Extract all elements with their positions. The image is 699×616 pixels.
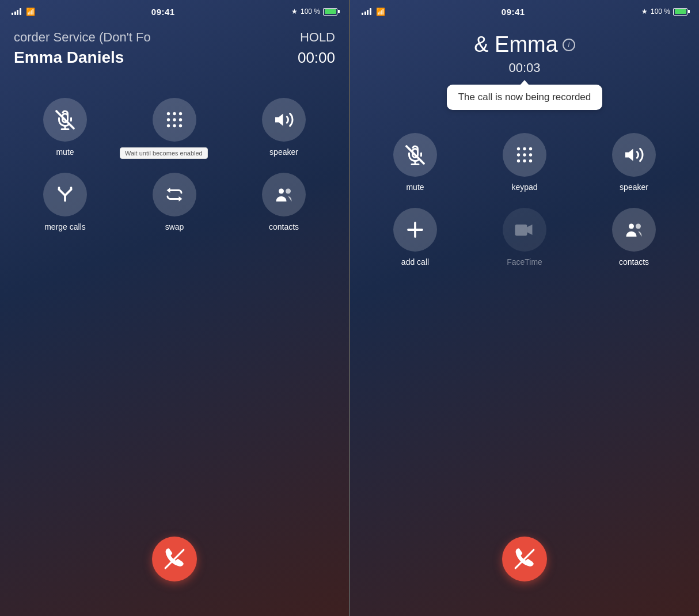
wifi-icon-left: 📶 [26,7,35,16]
merge-circle-left [43,173,87,216]
speaker-button-right[interactable]: speaker [585,133,683,192]
swap-button-left[interactable]: swap [126,173,223,231]
svg-point-30 [629,224,634,229]
contacts-label-left: contacts [269,222,299,231]
speaker-circle-right [612,133,656,177]
facetime-circle-right [503,208,546,252]
battery-icon-left [323,8,337,16]
keypad-circle-right [503,133,546,177]
keypad-icon-left [164,109,185,130]
wifi-icon-right: 📶 [376,7,385,16]
svg-point-24 [523,159,526,162]
keypad-label-right: keypad [511,182,537,192]
contacts-button-left[interactable]: contacts [235,173,333,231]
signal-bar-r3 [367,10,369,15]
add-call-label-right: add call [401,257,429,267]
svg-marker-26 [625,149,633,161]
buttons-grid-left: mute keypad Wait until becomes enabled [0,81,349,243]
signal-bar-3 [17,10,18,15]
end-call-icon-right [514,548,535,570]
swap-circle-left [153,173,196,216]
contacts-icon-right [624,219,644,240]
signal-bar-r1 [362,13,363,15]
svg-point-3 [173,112,176,115]
hold-badge: HOLD [300,30,335,45]
tooltip-bubble-right: The call is now being recorded [447,85,603,110]
svg-point-10 [179,124,182,127]
svg-marker-11 [275,114,283,126]
facetime-label-right: FaceTime [507,257,542,267]
battery-fill-left [325,9,336,14]
merge-icon-left [55,184,75,205]
svg-point-12 [279,189,284,194]
caller-name-left: Emma Daniels [14,48,124,67]
status-time-right: 09:41 [502,7,525,17]
status-right-left: ★ 100 % [291,7,337,16]
end-call-icon-left [164,548,185,570]
svg-point-25 [529,159,532,162]
svg-point-22 [529,153,532,156]
svg-point-13 [286,189,291,194]
right-phone-screen: 📶 09:41 ★ 100 % & Emma i 00:03 The call … [350,0,699,616]
swap-label-left: swap [165,222,184,231]
svg-point-23 [517,159,520,162]
call-duration-left: 00:00 [298,49,335,67]
caller-service-left: corder Service (Don't Fo [14,30,151,45]
info-circle-right[interactable]: i [563,39,575,51]
svg-point-21 [523,153,526,156]
status-left-left: 📶 [12,7,35,16]
svg-point-8 [167,124,170,127]
svg-point-5 [167,118,170,121]
end-call-button-left[interactable] [152,537,197,581]
duration-right: 00:03 [350,60,699,75]
contacts-circle-left [262,173,306,216]
left-phone-screen: 📶 09:41 ★ 100 % corder Service (Don't Fo… [0,0,350,616]
merge-label-left: merge calls [44,222,86,231]
speaker-label-left: speaker [269,147,298,157]
mute-label-right: mute [406,182,424,192]
svg-point-2 [167,112,170,115]
battery-fill-right [675,9,686,14]
end-call-area-right [350,537,699,616]
mute-button-left[interactable]: mute [16,98,114,157]
status-left-right: 📶 [362,7,385,16]
caller-name-right-container: & Emma i [350,32,699,57]
status-right-right: ★ 100 % [641,7,687,16]
merge-button-left[interactable]: merge calls [16,173,114,231]
speaker-icon-left [273,109,294,130]
svg-point-31 [636,224,641,229]
svg-point-19 [529,147,532,150]
mic-off-icon-left [55,109,75,130]
facetime-icon-right [514,219,535,240]
svg-point-6 [173,118,176,121]
svg-point-7 [179,118,182,121]
bluetooth-icon-right: ★ [641,7,648,16]
caller-name-row-left: Emma Daniels 00:00 [14,48,335,67]
svg-point-9 [173,124,176,127]
battery-pct-left: 100 % [301,7,320,16]
speaker-icon-right [624,145,644,165]
contacts-icon-left [273,184,294,205]
mute-circle-left [43,98,87,142]
end-call-button-right[interactable] [502,537,547,581]
swap-icon-left [164,184,185,205]
keypad-button-right[interactable]: keypad [476,133,573,192]
add-call-circle-right [393,208,437,252]
signal-bar-r2 [364,12,366,15]
svg-point-17 [517,147,520,150]
signal-bar-r4 [370,8,371,15]
add-call-button-right[interactable]: add call [366,208,464,267]
keypad-button-left[interactable]: keypad Wait until becomes enabled [126,98,223,157]
status-bar-right: 📶 09:41 ★ 100 % [350,0,699,21]
mute-label-left: mute [56,147,74,157]
plus-icon-right [405,219,426,240]
keypad-icon-right [514,145,535,165]
contacts-button-right[interactable]: contacts [585,208,683,267]
signal-bars-left [12,8,21,15]
speaker-button-left[interactable]: speaker [235,98,333,157]
call-info-left: corder Service (Don't Fo HOLD Emma Danie… [0,21,349,75]
contacts-circle-right [612,208,656,252]
svg-point-20 [517,153,520,156]
mute-button-right[interactable]: mute [366,133,464,192]
battery-pct-right: 100 % [651,7,670,16]
